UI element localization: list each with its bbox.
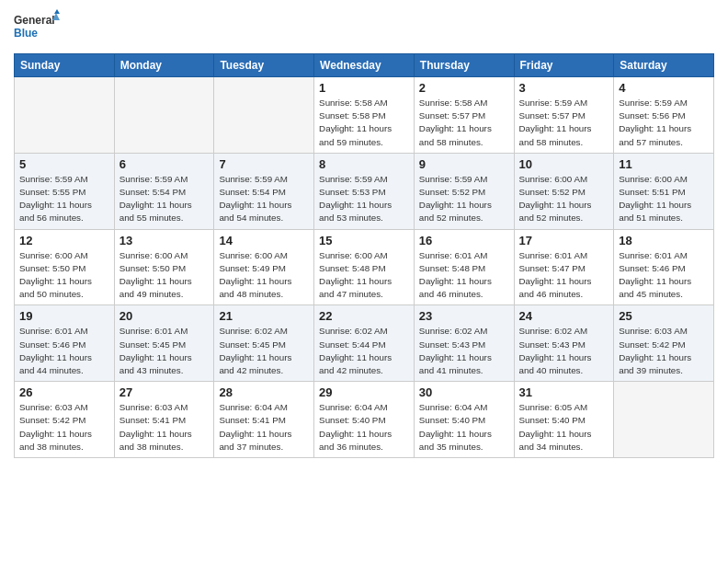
day-number: 25 — [619, 309, 709, 323]
day-info: Sunrise: 5:59 AMSunset: 5:57 PMDaylight:… — [519, 97, 609, 149]
day-info: Sunrise: 6:01 AMSunset: 5:48 PMDaylight:… — [419, 249, 509, 302]
day-info: Sunrise: 6:02 AMSunset: 5:43 PMDaylight:… — [519, 325, 609, 377]
calendar-cell: 14Sunrise: 6:00 AMSunset: 5:49 PMDayligh… — [214, 229, 314, 305]
calendar-cell: 18Sunrise: 6:01 AMSunset: 5:46 PMDayligh… — [614, 229, 714, 305]
calendar-cell: 29Sunrise: 6:04 AMSunset: 5:40 PMDayligh… — [314, 382, 415, 458]
day-number: 14 — [219, 234, 309, 247]
calendar-cell: 11Sunrise: 6:00 AMSunset: 5:51 PMDayligh… — [614, 153, 714, 229]
day-number: 2 — [419, 81, 509, 95]
day-number: 9 — [419, 157, 509, 171]
day-info: Sunrise: 6:05 AMSunset: 5:40 PMDaylight:… — [519, 401, 609, 454]
day-number: 3 — [519, 81, 609, 95]
day-info: Sunrise: 6:04 AMSunset: 5:40 PMDaylight:… — [319, 401, 409, 454]
day-number: 13 — [119, 234, 210, 247]
calendar-cell: 31Sunrise: 6:05 AMSunset: 5:40 PMDayligh… — [514, 382, 614, 458]
calendar-week-row: 19Sunrise: 6:01 AMSunset: 5:46 PMDayligh… — [15, 305, 714, 382]
day-number: 28 — [219, 385, 309, 399]
calendar-cell: 19Sunrise: 6:01 AMSunset: 5:46 PMDayligh… — [15, 305, 115, 382]
calendar-cell: 15Sunrise: 6:00 AMSunset: 5:48 PMDayligh… — [314, 229, 415, 305]
page-container: General Blue SundayMondayTuesdayWednesda… — [0, 0, 728, 467]
day-info: Sunrise: 6:03 AMSunset: 5:41 PMDaylight:… — [119, 401, 210, 454]
calendar-cell: 25Sunrise: 6:03 AMSunset: 5:42 PMDayligh… — [614, 305, 714, 382]
day-info: Sunrise: 6:01 AMSunset: 5:46 PMDaylight:… — [19, 325, 109, 377]
calendar-cell — [214, 77, 314, 154]
calendar-header-friday: Friday — [514, 54, 614, 77]
day-info: Sunrise: 6:03 AMSunset: 5:42 PMDaylight:… — [619, 325, 709, 377]
calendar-cell: 21Sunrise: 6:02 AMSunset: 5:45 PMDayligh… — [214, 305, 314, 382]
day-info: Sunrise: 6:00 AMSunset: 5:52 PMDaylight:… — [519, 173, 609, 225]
day-number: 19 — [19, 309, 109, 323]
day-info: Sunrise: 6:00 AMSunset: 5:49 PMDaylight:… — [219, 249, 309, 302]
logo: General Blue — [14, 9, 60, 46]
logo-svg: General Blue — [14, 9, 60, 46]
calendar-week-row: 1Sunrise: 5:58 AMSunset: 5:58 PMDaylight… — [15, 77, 714, 154]
calendar-cell — [15, 77, 115, 154]
day-number: 20 — [119, 309, 210, 323]
calendar-cell: 27Sunrise: 6:03 AMSunset: 5:41 PMDayligh… — [114, 382, 214, 458]
day-number: 29 — [319, 385, 409, 399]
calendar-cell: 13Sunrise: 6:00 AMSunset: 5:50 PMDayligh… — [114, 229, 214, 305]
calendar-cell: 23Sunrise: 6:02 AMSunset: 5:43 PMDayligh… — [414, 305, 514, 382]
day-info: Sunrise: 6:01 AMSunset: 5:45 PMDaylight:… — [119, 325, 210, 377]
day-number: 22 — [319, 309, 409, 323]
day-info: Sunrise: 6:00 AMSunset: 5:51 PMDaylight:… — [619, 173, 709, 225]
page-header: General Blue — [14, 9, 714, 46]
day-number: 16 — [419, 234, 509, 247]
calendar-week-row: 12Sunrise: 6:00 AMSunset: 5:50 PMDayligh… — [15, 229, 714, 305]
day-number: 27 — [119, 385, 210, 399]
day-info: Sunrise: 5:59 AMSunset: 5:52 PMDaylight:… — [419, 173, 509, 225]
day-number: 30 — [419, 385, 509, 399]
day-info: Sunrise: 6:02 AMSunset: 5:43 PMDaylight:… — [419, 325, 509, 377]
calendar-cell: 17Sunrise: 6:01 AMSunset: 5:47 PMDayligh… — [514, 229, 614, 305]
calendar-header-tuesday: Tuesday — [214, 54, 314, 77]
calendar-week-row: 26Sunrise: 6:03 AMSunset: 5:42 PMDayligh… — [15, 382, 714, 458]
day-info: Sunrise: 6:04 AMSunset: 5:40 PMDaylight:… — [419, 401, 509, 454]
day-info: Sunrise: 6:01 AMSunset: 5:47 PMDaylight:… — [519, 249, 609, 302]
calendar-cell: 22Sunrise: 6:02 AMSunset: 5:44 PMDayligh… — [314, 305, 415, 382]
day-number: 6 — [119, 157, 210, 171]
calendar-cell: 3Sunrise: 5:59 AMSunset: 5:57 PMDaylight… — [514, 77, 614, 154]
calendar-cell: 20Sunrise: 6:01 AMSunset: 5:45 PMDayligh… — [114, 305, 214, 382]
day-number: 10 — [519, 157, 609, 171]
calendar-cell: 28Sunrise: 6:04 AMSunset: 5:41 PMDayligh… — [214, 382, 314, 458]
day-info: Sunrise: 5:59 AMSunset: 5:54 PMDaylight:… — [219, 173, 309, 225]
day-info: Sunrise: 5:59 AMSunset: 5:56 PMDaylight:… — [619, 97, 709, 149]
day-info: Sunrise: 6:04 AMSunset: 5:41 PMDaylight:… — [219, 401, 309, 454]
day-number: 24 — [519, 309, 609, 323]
day-number: 26 — [19, 385, 109, 399]
day-number: 8 — [319, 157, 409, 171]
calendar-cell — [114, 77, 214, 154]
day-number: 17 — [519, 234, 609, 247]
calendar-cell: 4Sunrise: 5:59 AMSunset: 5:56 PMDaylight… — [614, 77, 714, 154]
day-info: Sunrise: 6:00 AMSunset: 5:50 PMDaylight:… — [119, 249, 210, 302]
day-info: Sunrise: 5:58 AMSunset: 5:58 PMDaylight:… — [319, 97, 409, 149]
day-info: Sunrise: 6:03 AMSunset: 5:42 PMDaylight:… — [19, 401, 109, 454]
calendar-cell: 10Sunrise: 6:00 AMSunset: 5:52 PMDayligh… — [514, 153, 614, 229]
day-number: 11 — [619, 157, 709, 171]
day-number: 1 — [319, 81, 409, 95]
calendar-header-thursday: Thursday — [414, 54, 514, 77]
calendar-header-monday: Monday — [114, 54, 214, 77]
calendar-header-wednesday: Wednesday — [314, 54, 415, 77]
day-info: Sunrise: 6:02 AMSunset: 5:44 PMDaylight:… — [319, 325, 409, 377]
calendar-cell: 2Sunrise: 5:58 AMSunset: 5:57 PMDaylight… — [414, 77, 514, 154]
calendar-cell: 7Sunrise: 5:59 AMSunset: 5:54 PMDaylight… — [214, 153, 314, 229]
day-info: Sunrise: 6:01 AMSunset: 5:46 PMDaylight:… — [619, 249, 709, 302]
calendar-cell: 26Sunrise: 6:03 AMSunset: 5:42 PMDayligh… — [15, 382, 115, 458]
day-number: 7 — [219, 157, 309, 171]
day-info: Sunrise: 5:58 AMSunset: 5:57 PMDaylight:… — [419, 97, 509, 149]
calendar-table: SundayMondayTuesdayWednesdayThursdayFrid… — [14, 53, 714, 458]
calendar-cell: 6Sunrise: 5:59 AMSunset: 5:54 PMDaylight… — [114, 153, 214, 229]
day-number: 23 — [419, 309, 509, 323]
calendar-cell: 24Sunrise: 6:02 AMSunset: 5:43 PMDayligh… — [514, 305, 614, 382]
day-number: 31 — [519, 385, 609, 399]
calendar-cell: 1Sunrise: 5:58 AMSunset: 5:58 PMDaylight… — [314, 77, 415, 154]
calendar-week-row: 5Sunrise: 5:59 AMSunset: 5:55 PMDaylight… — [15, 153, 714, 229]
calendar-cell: 8Sunrise: 5:59 AMSunset: 5:53 PMDaylight… — [314, 153, 415, 229]
day-info: Sunrise: 5:59 AMSunset: 5:53 PMDaylight:… — [319, 173, 409, 225]
calendar-header-saturday: Saturday — [614, 54, 714, 77]
day-info: Sunrise: 5:59 AMSunset: 5:54 PMDaylight:… — [119, 173, 210, 225]
day-info: Sunrise: 6:00 AMSunset: 5:50 PMDaylight:… — [19, 249, 109, 302]
calendar-header-sunday: Sunday — [15, 54, 115, 77]
day-number: 18 — [619, 234, 709, 247]
